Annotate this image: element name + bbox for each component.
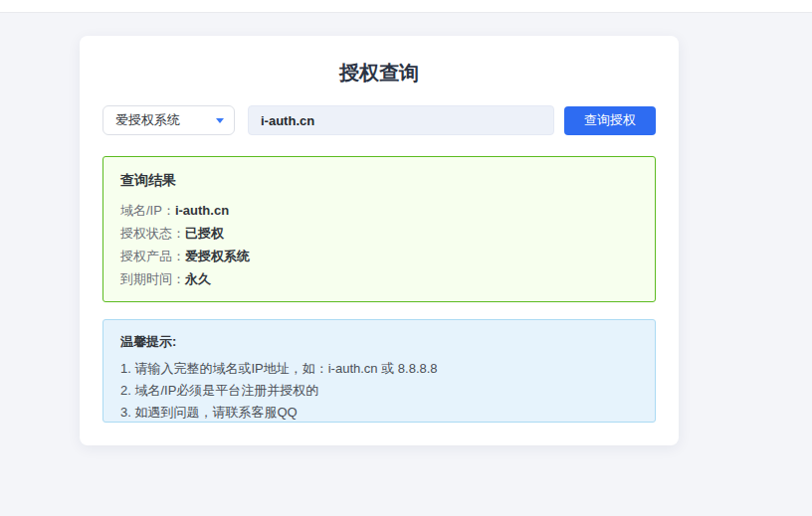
- query-form-row: 爱授权系统 查询授权: [102, 105, 656, 135]
- result-row-domain: 域名/IP：i-auth.cn: [120, 204, 638, 218]
- result-row-label: 域名/IP：: [120, 203, 175, 218]
- query-auth-button[interactable]: 查询授权: [564, 106, 656, 135]
- result-row-expiry: 到期时间：永久: [120, 272, 638, 286]
- query-card: 授权查询 爱授权系统 查询授权 查询结果 域名/IP：i-auth.cn 授权状…: [80, 36, 679, 445]
- query-result-panel: 查询结果 域名/IP：i-auth.cn 授权状态：已授权 授权产品：爱授权系统…: [102, 156, 656, 302]
- top-bar: [0, 0, 812, 13]
- result-row-value: 爱授权系统: [185, 249, 250, 263]
- tips-item: 1. 请输入完整的域名或IP地址，如：i-auth.cn 或 8.8.8.8: [120, 362, 638, 376]
- result-row-value: i-auth.cn: [175, 203, 229, 218]
- chevron-down-icon: [216, 118, 224, 123]
- result-row-label: 授权产品：: [120, 249, 185, 263]
- tips-heading: 温馨提示:: [120, 333, 638, 351]
- tips-item: 3. 如遇到问题，请联系客服QQ: [120, 406, 638, 420]
- product-select[interactable]: 爱授权系统: [102, 105, 235, 135]
- result-row-label: 授权状态：: [120, 226, 185, 241]
- result-row-status: 授权状态：已授权: [120, 227, 638, 241]
- result-heading: 查询结果: [120, 172, 638, 190]
- product-select-value: 爱授权系统: [115, 111, 180, 129]
- page-title: 授权查询: [102, 36, 656, 84]
- result-row-product: 授权产品：爱授权系统: [120, 250, 638, 263]
- tips-item: 2. 域名/IP必须是平台注册并授权的: [120, 384, 638, 398]
- tips-panel: 温馨提示: 1. 请输入完整的域名或IP地址，如：i-auth.cn 或 8.8…: [102, 319, 656, 423]
- result-row-value: 永久: [185, 271, 211, 286]
- result-row-value: 已授权: [185, 226, 224, 241]
- domain-input[interactable]: [248, 105, 554, 135]
- result-row-label: 到期时间：: [120, 271, 185, 286]
